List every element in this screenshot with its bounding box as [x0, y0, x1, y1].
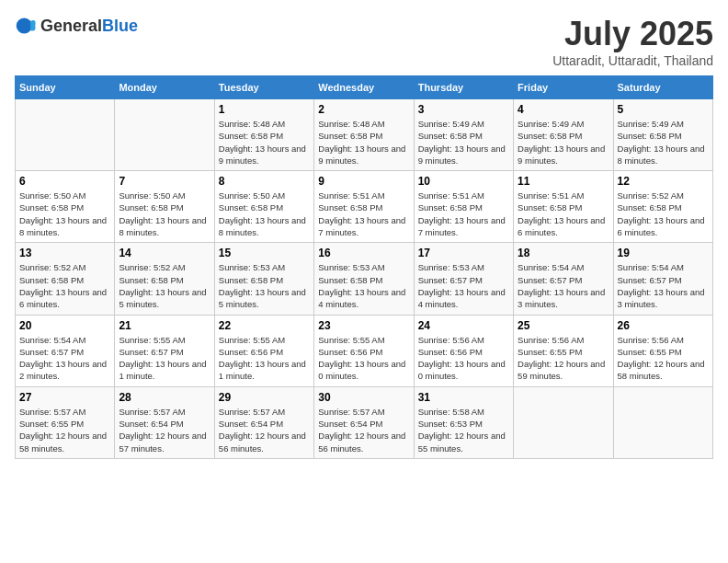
weekday-header-thursday: Thursday	[414, 76, 513, 99]
day-number: 25	[518, 319, 609, 332]
day-number: 8	[219, 175, 310, 188]
page-header: GeneralBlue July 2025 Uttaradit, Uttarad…	[15, 15, 713, 68]
day-number: 24	[418, 319, 509, 332]
day-cell-5: 5Sunrise: 5:49 AM Sunset: 6:58 PM Daylig…	[613, 99, 712, 171]
day-info: Sunrise: 5:50 AM Sunset: 6:58 PM Dayligh…	[119, 190, 210, 238]
day-number: 10	[418, 175, 509, 188]
day-cell-1: 1Sunrise: 5:48 AM Sunset: 6:58 PM Daylig…	[214, 99, 313, 171]
day-info: Sunrise: 5:55 AM Sunset: 6:57 PM Dayligh…	[119, 334, 210, 383]
day-number: 19	[618, 247, 709, 259]
day-number: 17	[418, 247, 509, 259]
day-number: 31	[418, 391, 509, 404]
day-cell-28: 28Sunrise: 5:57 AM Sunset: 6:54 PM Dayli…	[115, 386, 214, 458]
day-number: 1	[219, 103, 310, 116]
weekday-header-wednesday: Wednesday	[314, 76, 414, 99]
day-cell-22: 22Sunrise: 5:55 AM Sunset: 6:56 PM Dayli…	[214, 315, 313, 386]
calendar-week-4: 20Sunrise: 5:54 AM Sunset: 6:57 PM Dayli…	[16, 315, 713, 386]
day-info: Sunrise: 5:53 AM Sunset: 6:58 PM Dayligh…	[318, 261, 409, 310]
day-number: 23	[318, 319, 409, 332]
day-cell-31: 31Sunrise: 5:58 AM Sunset: 6:53 PM Dayli…	[414, 386, 513, 458]
day-info: Sunrise: 5:49 AM Sunset: 6:58 PM Dayligh…	[618, 118, 709, 167]
day-cell-10: 10Sunrise: 5:51 AM Sunset: 6:58 PM Dayli…	[414, 171, 513, 243]
weekday-header-friday: Friday	[514, 76, 613, 99]
day-info: Sunrise: 5:51 AM Sunset: 6:58 PM Dayligh…	[518, 190, 609, 238]
empty-cell	[16, 99, 115, 171]
day-info: Sunrise: 5:55 AM Sunset: 6:56 PM Dayligh…	[318, 334, 409, 383]
day-number: 9	[318, 175, 409, 188]
day-info: Sunrise: 5:55 AM Sunset: 6:56 PM Dayligh…	[219, 334, 310, 383]
day-cell-21: 21Sunrise: 5:55 AM Sunset: 6:57 PM Dayli…	[115, 315, 214, 386]
day-number: 11	[518, 175, 609, 188]
day-number: 29	[219, 391, 310, 404]
calendar-week-5: 27Sunrise: 5:57 AM Sunset: 6:55 PM Dayli…	[16, 386, 713, 458]
day-number: 3	[418, 103, 509, 116]
day-cell-24: 24Sunrise: 5:56 AM Sunset: 6:56 PM Dayli…	[414, 315, 513, 386]
day-number: 13	[19, 247, 110, 259]
day-cell-11: 11Sunrise: 5:51 AM Sunset: 6:58 PM Dayli…	[514, 171, 613, 243]
empty-cell	[514, 386, 613, 458]
day-number: 15	[219, 247, 310, 259]
day-info: Sunrise: 5:50 AM Sunset: 6:58 PM Dayligh…	[219, 190, 310, 238]
day-info: Sunrise: 5:57 AM Sunset: 6:54 PM Dayligh…	[318, 406, 409, 454]
day-number: 20	[19, 319, 110, 332]
weekday-header-saturday: Saturday	[613, 76, 712, 99]
day-cell-2: 2Sunrise: 5:48 AM Sunset: 6:58 PM Daylig…	[314, 99, 414, 171]
calendar-table: SundayMondayTuesdayWednesdayThursdayFrid…	[15, 75, 713, 459]
day-cell-27: 27Sunrise: 5:57 AM Sunset: 6:55 PM Dayli…	[16, 386, 115, 458]
day-number: 18	[518, 247, 609, 259]
day-info: Sunrise: 5:53 AM Sunset: 6:58 PM Dayligh…	[219, 261, 310, 310]
title-block: July 2025 Uttaradit, Uttaradit, Thailand	[552, 15, 713, 68]
day-cell-20: 20Sunrise: 5:54 AM Sunset: 6:57 PM Dayli…	[16, 315, 115, 386]
day-number: 5	[618, 103, 709, 116]
calendar-location: Uttaradit, Uttaradit, Thailand	[552, 53, 713, 68]
empty-cell	[115, 99, 214, 171]
day-number: 4	[518, 103, 609, 116]
day-info: Sunrise: 5:52 AM Sunset: 6:58 PM Dayligh…	[618, 190, 709, 238]
day-info: Sunrise: 5:57 AM Sunset: 6:54 PM Dayligh…	[219, 406, 310, 454]
day-info: Sunrise: 5:56 AM Sunset: 6:55 PM Dayligh…	[618, 334, 709, 383]
day-info: Sunrise: 5:54 AM Sunset: 6:57 PM Dayligh…	[618, 261, 709, 310]
day-cell-18: 18Sunrise: 5:54 AM Sunset: 6:57 PM Dayli…	[514, 243, 613, 315]
day-info: Sunrise: 5:50 AM Sunset: 6:58 PM Dayligh…	[19, 190, 110, 238]
day-info: Sunrise: 5:58 AM Sunset: 6:53 PM Dayligh…	[418, 406, 509, 454]
logo: GeneralBlue	[15, 15, 138, 37]
day-number: 26	[618, 319, 709, 332]
day-info: Sunrise: 5:57 AM Sunset: 6:55 PM Dayligh…	[19, 406, 110, 454]
day-info: Sunrise: 5:52 AM Sunset: 6:58 PM Dayligh…	[119, 261, 210, 310]
calendar-week-2: 6Sunrise: 5:50 AM Sunset: 6:58 PM Daylig…	[16, 171, 713, 243]
calendar-week-1: 1Sunrise: 5:48 AM Sunset: 6:58 PM Daylig…	[16, 99, 713, 171]
day-number: 14	[119, 247, 210, 259]
day-cell-16: 16Sunrise: 5:53 AM Sunset: 6:58 PM Dayli…	[314, 243, 414, 315]
calendar-header-row: SundayMondayTuesdayWednesdayThursdayFrid…	[16, 76, 713, 99]
weekday-header-tuesday: Tuesday	[214, 76, 313, 99]
logo-general: General	[40, 17, 102, 35]
day-cell-26: 26Sunrise: 5:56 AM Sunset: 6:55 PM Dayli…	[613, 315, 712, 386]
day-cell-13: 13Sunrise: 5:52 AM Sunset: 6:58 PM Dayli…	[16, 243, 115, 315]
day-cell-9: 9Sunrise: 5:51 AM Sunset: 6:58 PM Daylig…	[314, 171, 414, 243]
calendar-title: July 2025	[552, 15, 713, 53]
day-cell-3: 3Sunrise: 5:49 AM Sunset: 6:58 PM Daylig…	[414, 99, 513, 171]
day-info: Sunrise: 5:51 AM Sunset: 6:58 PM Dayligh…	[418, 190, 509, 238]
day-info: Sunrise: 5:49 AM Sunset: 6:58 PM Dayligh…	[418, 118, 509, 167]
weekday-header-sunday: Sunday	[16, 76, 115, 99]
day-cell-19: 19Sunrise: 5:54 AM Sunset: 6:57 PM Dayli…	[613, 243, 712, 315]
weekday-header-monday: Monday	[115, 76, 214, 99]
day-cell-8: 8Sunrise: 5:50 AM Sunset: 6:58 PM Daylig…	[214, 171, 313, 243]
day-cell-4: 4Sunrise: 5:49 AM Sunset: 6:58 PM Daylig…	[514, 99, 613, 171]
day-number: 27	[19, 391, 110, 404]
day-info: Sunrise: 5:49 AM Sunset: 6:58 PM Dayligh…	[518, 118, 609, 167]
day-info: Sunrise: 5:48 AM Sunset: 6:58 PM Dayligh…	[219, 118, 310, 167]
day-number: 30	[318, 391, 409, 404]
day-number: 22	[219, 319, 310, 332]
day-info: Sunrise: 5:48 AM Sunset: 6:58 PM Dayligh…	[318, 118, 409, 167]
day-cell-15: 15Sunrise: 5:53 AM Sunset: 6:58 PM Dayli…	[214, 243, 313, 315]
day-number: 21	[119, 319, 210, 332]
calendar-week-3: 13Sunrise: 5:52 AM Sunset: 6:58 PM Dayli…	[16, 243, 713, 315]
day-cell-30: 30Sunrise: 5:57 AM Sunset: 6:54 PM Dayli…	[314, 386, 414, 458]
day-number: 12	[618, 175, 709, 188]
day-info: Sunrise: 5:56 AM Sunset: 6:55 PM Dayligh…	[518, 334, 609, 383]
day-info: Sunrise: 5:53 AM Sunset: 6:57 PM Dayligh…	[418, 261, 509, 310]
day-cell-6: 6Sunrise: 5:50 AM Sunset: 6:58 PM Daylig…	[16, 171, 115, 243]
day-cell-17: 17Sunrise: 5:53 AM Sunset: 6:57 PM Dayli…	[414, 243, 513, 315]
logo-blue: Blue	[102, 17, 138, 35]
